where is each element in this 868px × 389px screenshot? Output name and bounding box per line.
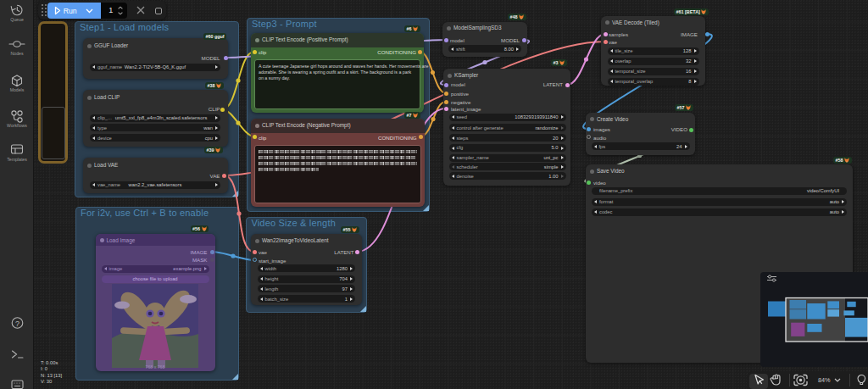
svg-text:?: ? <box>15 320 19 328</box>
